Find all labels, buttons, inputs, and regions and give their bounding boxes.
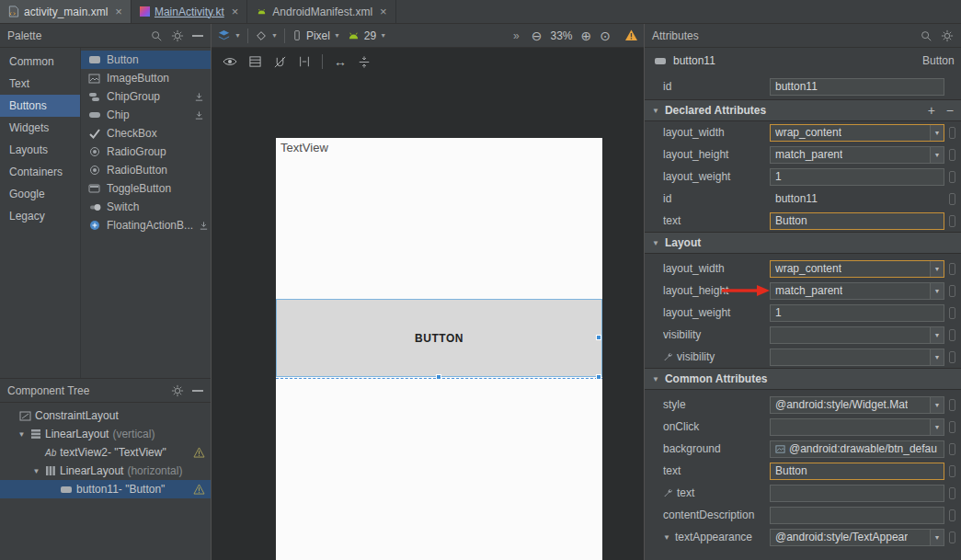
search-icon[interactable] xyxy=(150,29,163,42)
resource-picker-button[interactable] xyxy=(949,149,955,161)
resource-picker-button[interactable] xyxy=(949,509,955,521)
palette-item-radiogroup[interactable]: RadioGroup xyxy=(81,143,211,161)
section-common-attributes[interactable]: ▼ Common Attributes xyxy=(645,368,961,390)
default-margins-button[interactable] xyxy=(298,55,311,68)
palette-item-chip[interactable]: Chip xyxy=(81,106,211,124)
layout-height-dropdown[interactable]: match_parent ▼ xyxy=(770,282,944,300)
resource-picker-button[interactable] xyxy=(949,443,955,455)
expand-icon[interactable]: ▼ xyxy=(663,533,670,542)
search-icon[interactable] xyxy=(920,29,932,42)
category-containers[interactable]: Containers xyxy=(0,161,80,183)
device-screen[interactable]: TextView BUTTON xyxy=(276,138,602,560)
pack-vertical-icon[interactable] xyxy=(358,55,371,69)
tree-node-constraintlayout[interactable]: ConstraintLayout xyxy=(0,406,211,425)
hide-panel-icon[interactable] xyxy=(192,35,203,37)
tree-node-textview2[interactable]: Ab textView2- "TextView" xyxy=(0,443,211,462)
resource-picker-button[interactable] xyxy=(949,465,955,477)
category-buttons[interactable]: Buttons xyxy=(0,95,80,117)
tree-node-button11[interactable]: button11- "Button" xyxy=(0,480,211,498)
id-input[interactable]: button11 xyxy=(770,78,944,96)
autoconnect-off-icon[interactable] xyxy=(273,55,287,69)
tools-visibility-dropdown[interactable]: ▼ xyxy=(770,349,944,366)
palette-item-togglebutton[interactable]: ToggleButton xyxy=(81,179,211,198)
tab-mainactivity-kt[interactable]: MainActivity.kt × xyxy=(132,0,247,23)
palette-item-button[interactable]: Button xyxy=(81,51,211,69)
expand-horizontal-icon[interactable]: ↔ xyxy=(334,54,347,69)
resource-picker-button[interactable] xyxy=(949,531,955,543)
category-google[interactable]: Google xyxy=(0,183,80,205)
remove-attribute-button[interactable]: − xyxy=(946,103,954,118)
textappearance-dropdown[interactable]: @android:style/TextAppear ▼ xyxy=(770,529,944,546)
category-widgets[interactable]: Widgets xyxy=(0,117,80,139)
view-options-button[interactable] xyxy=(223,55,237,68)
close-icon[interactable]: × xyxy=(232,6,239,17)
resource-picker-button[interactable] xyxy=(949,421,955,433)
tree-node-linearlayout-vertical[interactable]: ▼ LinearLayout(vertical) xyxy=(0,425,211,443)
visibility-dropdown[interactable]: ▼ xyxy=(770,326,944,344)
text-input[interactable]: Button xyxy=(770,212,944,230)
canvas-textview[interactable]: TextView xyxy=(280,141,328,154)
section-declared-attributes[interactable]: ▼ Declared Attributes + − xyxy=(645,99,961,121)
category-layouts[interactable]: Layouts xyxy=(0,139,80,161)
layout-weight-input[interactable]: 1 xyxy=(770,168,944,186)
gear-icon[interactable] xyxy=(171,384,184,397)
design-canvas-area[interactable]: TextView BUTTON xyxy=(212,75,644,560)
text-input[interactable]: Button xyxy=(770,463,944,480)
palette-item-chipgroup[interactable]: ChipGroup xyxy=(81,87,211,106)
palette-item-switch[interactable]: Switch xyxy=(81,198,211,216)
add-attribute-button[interactable]: + xyxy=(928,103,935,118)
category-common[interactable]: Common xyxy=(0,51,80,73)
gear-icon[interactable] xyxy=(941,29,954,42)
collapse-icon[interactable]: ▼ xyxy=(17,430,27,439)
device-selector[interactable]: Pixel ▼ xyxy=(292,29,340,42)
id-value[interactable]: button11 xyxy=(770,192,944,205)
design-surface-selector[interactable]: ▼ xyxy=(217,29,241,42)
blueprint-toggle-button[interactable] xyxy=(248,55,262,68)
hide-panel-icon[interactable] xyxy=(192,390,203,392)
background-input[interactable]: @android:drawable/btn_defau xyxy=(770,440,944,458)
palette-item-radiobutton[interactable]: RadioButton xyxy=(81,161,211,179)
layout-width-dropdown[interactable]: wrap_content ▼ xyxy=(770,124,944,142)
orientation-selector[interactable]: ▼ xyxy=(255,29,278,42)
resize-handle-corner[interactable] xyxy=(596,374,601,380)
resource-picker-button[interactable] xyxy=(949,171,955,183)
resource-picker-button[interactable] xyxy=(949,307,955,319)
category-legacy[interactable]: Legacy xyxy=(0,205,80,227)
resource-picker-button[interactable] xyxy=(949,399,955,411)
collapse-icon[interactable]: ▼ xyxy=(31,467,41,475)
layout-width-dropdown[interactable]: wrap_content ▼ xyxy=(770,260,944,278)
section-layout[interactable]: ▼ Layout xyxy=(645,232,961,254)
resource-picker-button[interactable] xyxy=(949,127,955,139)
resize-handle-right[interactable] xyxy=(596,335,601,340)
tools-text-input[interactable] xyxy=(770,485,944,502)
tab-activity-main-xml[interactable]: activity_main.xml × xyxy=(0,0,132,23)
api-selector[interactable]: 29 ▼ xyxy=(347,29,386,42)
resource-picker-button[interactable] xyxy=(949,329,955,341)
tree-node-linearlayout-horizontal[interactable]: ▼ LinearLayout(horizontal) xyxy=(0,462,211,480)
zoom-in-button[interactable]: ⊕ xyxy=(581,29,592,43)
toolbar-overflow-icon[interactable]: » xyxy=(513,29,520,42)
close-icon[interactable]: × xyxy=(380,6,387,17)
resource-picker-button[interactable] xyxy=(949,263,955,275)
zoom-out-button[interactable]: ⊖ xyxy=(532,29,543,43)
close-icon[interactable]: × xyxy=(115,6,122,17)
gear-icon[interactable] xyxy=(171,29,184,42)
resource-picker-button[interactable] xyxy=(949,285,955,297)
palette-item-imagebutton[interactable]: ImageButton xyxy=(81,69,211,87)
contentdescription-input[interactable] xyxy=(770,507,944,524)
onclick-dropdown[interactable]: ▼ xyxy=(770,418,944,436)
category-text[interactable]: Text xyxy=(0,73,80,95)
palette-item-checkbox[interactable]: CheckBox xyxy=(81,124,211,143)
resource-picker-button[interactable] xyxy=(949,487,955,499)
zoom-fit-button[interactable]: ⊙ xyxy=(600,29,611,43)
canvas-button[interactable]: BUTTON xyxy=(276,299,602,377)
tab-androidmanifest-xml[interactable]: AndroidManifest.xml × xyxy=(247,0,395,23)
style-dropdown[interactable]: @android:style/Widget.Mat ▼ xyxy=(770,396,944,414)
warning-indicator[interactable] xyxy=(624,29,638,41)
layout-weight-input[interactable]: 1 xyxy=(770,304,944,322)
resource-picker-button[interactable] xyxy=(949,351,955,363)
resource-picker-button[interactable] xyxy=(949,193,955,205)
resource-picker-button[interactable] xyxy=(949,215,955,227)
resize-handle-bottom[interactable] xyxy=(436,374,441,380)
palette-item-floatingactionbutton[interactable]: FloatingActionB... xyxy=(81,216,211,234)
